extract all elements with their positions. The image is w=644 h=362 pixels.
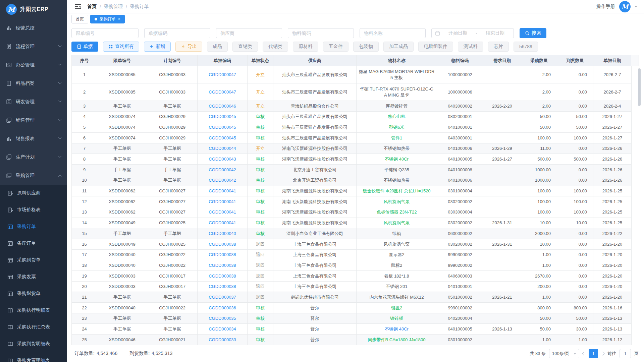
material-name-input[interactable] <box>360 28 426 38</box>
category-chip-包装物[interactable]: 包装物 <box>353 42 379 52</box>
page-size-select[interactable]: 100条/页 <box>549 349 579 358</box>
doc-code-link[interactable]: CGDD000045 <box>209 114 236 119</box>
material-name-link[interactable]: 镀锌板 <box>390 316 403 321</box>
sidebar-item-purchase-arrival-detail[interactable]: 采购到货明细表 <box>0 336 67 352</box>
doc-code-link[interactable]: CGDD000038 <box>209 242 236 247</box>
prev-page-button[interactable] <box>582 352 586 355</box>
tab-采购订单[interactable]: 采购订单× <box>90 15 125 23</box>
material-name-link[interactable]: 管件1 <box>391 135 402 140</box>
goto-page-input[interactable] <box>620 349 631 358</box>
sidebar-item-office-mgmt[interactable]: 办公管理 <box>0 56 67 74</box>
app-root: M 升阳云ERP 经营总控流程管理办公管理料品档案研发管理销售管理销售报表生产计… <box>0 0 644 362</box>
doc-code-link[interactable]: CGDD000038 <box>209 252 236 257</box>
cell-need-date <box>483 335 521 345</box>
material-name-link[interactable]: 风机旋涡气泵 <box>384 220 410 225</box>
doc-code-link[interactable]: CGDD000046 <box>209 104 236 109</box>
cell-arrived-qty: 100.00 <box>557 133 593 143</box>
sidebar-item-purchase-mgmt[interactable]: 采购管理 <box>0 166 67 185</box>
doc-code-link[interactable]: CGDD000047 <box>209 89 236 95</box>
table-scrollbar[interactable] <box>638 68 641 106</box>
sidebar-item-purchase-exec-summary[interactable]: 采购执行汇总表 <box>0 319 67 336</box>
category-chip-原材料[interactable]: 原材料 <box>293 42 318 52</box>
category-chip-芯片[interactable]: 芯片 <box>488 42 509 52</box>
category-chip-56789[interactable]: 56789 <box>514 42 538 52</box>
category-chip-代销类[interactable]: 代销类 <box>263 42 288 52</box>
material-name-link[interactable]: 键盘2 <box>391 305 402 310</box>
material-name-link[interactable]: 不锈钢 40Cr <box>385 157 409 162</box>
add-button[interactable]: 新增 <box>144 42 171 52</box>
sidebar-item-stock-order[interactable]: 备库订单 <box>0 235 67 252</box>
sidebar-item-production-plan[interactable]: 生产计划 <box>0 148 67 166</box>
sidebar-item-purchase-invoice-detail[interactable]: 采购发票明细表 <box>0 352 67 362</box>
doc-code-link[interactable]: CGDD000047 <box>209 72 236 77</box>
category-chip-加工成品[interactable]: 加工成品 <box>383 42 414 52</box>
sidebar-item-purchase-invoice[interactable]: 采购发票 <box>0 268 67 285</box>
menu-fold-icon[interactable] <box>74 4 81 9</box>
doc-code-link[interactable]: CGDD000036 <box>209 305 236 310</box>
doc-code-input[interactable] <box>144 28 210 38</box>
sidebar-item-purchase-order[interactable]: 采购订单 <box>0 218 67 235</box>
category-chip-电脑组装件[interactable]: 电脑组装件 <box>418 42 453 52</box>
sidebar-item-sales-report[interactable]: 销售报表 <box>0 129 67 148</box>
next-page-button[interactable] <box>601 352 604 355</box>
doc-code-link[interactable]: CGDD000038 <box>209 274 236 279</box>
user-avatar[interactable]: M <box>619 1 631 12</box>
user-caret-icon[interactable] <box>635 6 637 7</box>
material-name-link[interactable]: 不锈钢 40Cr <box>385 326 409 331</box>
material-name-link[interactable]: 同步带件B CA=1800 JJ=1800 <box>368 337 426 342</box>
tab-close-icon[interactable]: × <box>118 17 120 21</box>
breadcrumb-item[interactable]: 首页 <box>87 4 97 10</box>
material-name-link[interactable]: 风机旋涡气泵 <box>384 199 410 204</box>
doc-code-link[interactable]: CGDD000038 <box>209 284 236 289</box>
doc-code-link[interactable]: CGDD000044 <box>209 146 236 151</box>
manual-link[interactable]: 操作手册 <box>596 4 615 10</box>
sidebar-item-sales-mgmt[interactable]: 销售管理 <box>0 111 67 129</box>
doc-code-link[interactable]: CGDD000035 <box>209 316 236 321</box>
sidebar-item-purchase-exec-detail[interactable]: 采购执行明细表 <box>0 302 67 319</box>
category-chip-测试料[interactable]: 测试料 <box>458 42 483 52</box>
doc-code-link[interactable]: CGDD000042 <box>209 178 236 183</box>
doc-code-link[interactable]: CGDD000041 <box>209 188 236 193</box>
doc-code-link[interactable]: CGDD000042 <box>209 167 236 172</box>
export-button[interactable]: 导出 <box>175 42 202 52</box>
material-code-input[interactable] <box>288 28 354 38</box>
category-chip-成品[interactable]: 成品 <box>207 42 228 52</box>
current-page-button[interactable]: 1 <box>589 349 598 358</box>
doc-code-link[interactable]: CGDD000041 <box>209 220 236 225</box>
doc-code-link[interactable]: CGDD000045 <box>209 135 236 140</box>
sidebar-item-raw-material-supplier[interactable]: 原料供应商 <box>0 185 67 201</box>
doc-code-link[interactable]: CGDD000038 <box>209 263 236 268</box>
document-button[interactable]: 单据 <box>71 42 98 52</box>
tab-首页[interactable]: 首页 <box>71 15 88 23</box>
breadcrumb-item[interactable]: 采购订单 <box>130 4 149 10</box>
doc-code-link[interactable]: CGDD000041 <box>209 199 236 204</box>
supplier-input[interactable] <box>216 28 282 38</box>
material-name-link[interactable]: 型钢6米 <box>389 125 404 130</box>
material-name-link[interactable]: 色标传感器 Z3N-T22 <box>377 209 417 215</box>
query-all-button[interactable]: 查询所有 <box>103 42 139 52</box>
category-chip-五金件[interactable]: 五金件 <box>323 42 348 52</box>
doc-code-link[interactable]: CGDD000040 <box>209 231 236 236</box>
search-button[interactable]: 搜索 <box>520 28 546 38</box>
breadcrumb-item[interactable]: 采购管理 <box>104 4 123 10</box>
doc-code-link[interactable]: CGDD000043 <box>209 157 236 162</box>
sidebar-item-rd-mgmt[interactable]: 研发管理 <box>0 93 67 111</box>
sidebar-item-business-overview[interactable]: 经营总控 <box>0 19 67 37</box>
material-name-link[interactable]: 核心电机 <box>388 114 406 119</box>
material-name-link[interactable]: 钣金铰链件 Φ20圆杆 总长LH=1520 <box>363 188 430 193</box>
sidebar-item-material-archive[interactable]: 料品档案 <box>0 74 67 93</box>
doc-code-link[interactable]: CGDD000041 <box>209 209 236 215</box>
doc-code-link[interactable]: CGDD000034 <box>209 326 236 331</box>
cell-status: 退回 <box>248 249 273 260</box>
cell-supplier: 青海纺织品股份合作公司 <box>273 101 357 112</box>
sidebar-item-purchase-arrival[interactable]: 采购到货单 <box>0 252 67 268</box>
doc-code-link[interactable]: CGDD000037 <box>209 295 236 300</box>
doc-code-link[interactable]: CGDD000033 <box>209 337 236 342</box>
date-range-picker[interactable]: 开始日期-结束日期 <box>431 28 514 38</box>
sidebar-item-purchase-return[interactable]: 采购退货单 <box>0 285 67 302</box>
sidebar-item-process-mgmt[interactable]: 流程管理 <box>0 37 67 56</box>
category-chip-直销类[interactable]: 直销类 <box>232 42 258 52</box>
doc-code-link[interactable]: CGDD000045 <box>209 125 236 130</box>
sidebar-item-market-price-list[interactable]: 市场价格表 <box>0 201 67 218</box>
track-no-input[interactable] <box>71 28 139 38</box>
